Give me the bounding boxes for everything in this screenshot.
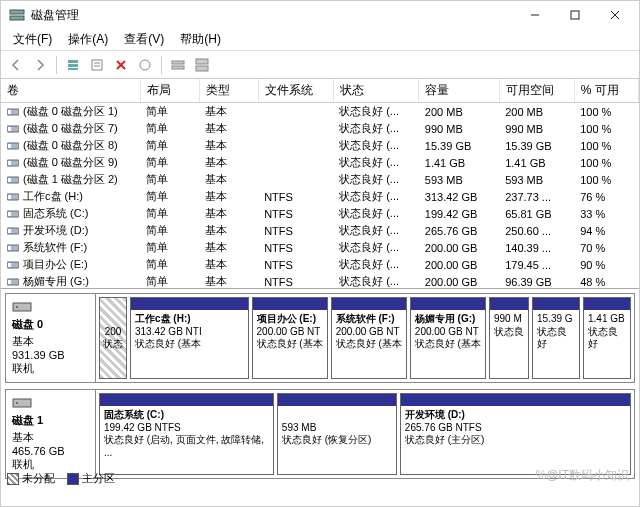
svg-rect-32 xyxy=(8,212,11,216)
minimize-button[interactable] xyxy=(515,1,555,29)
layout-icon-1[interactable] xyxy=(167,54,189,76)
column-headers[interactable]: 卷 布局 类型 文件系统 状态 容量 可用空间 % 可用 xyxy=(1,79,639,103)
watermark: %@IT数码小知识 xyxy=(535,467,629,484)
delete-button[interactable] xyxy=(110,54,132,76)
svg-point-14 xyxy=(140,60,150,70)
disk-icon xyxy=(12,300,32,314)
svg-rect-7 xyxy=(68,64,78,67)
disk0-part-g[interactable]: 杨媚专用 (G:)200.00 GB NT状态良好 (基本 xyxy=(410,297,486,379)
table-row[interactable]: 开发环境 (D:)简单基本NTFS状态良好 (...265.76 GB250.6… xyxy=(1,222,639,239)
menubar: 文件(F) 操作(A) 查看(V) 帮助(H) xyxy=(1,29,639,51)
svg-point-44 xyxy=(16,402,18,404)
volume-icon xyxy=(7,124,19,134)
disk0-part-e[interactable]: 项目办公 (E:)200.00 GB NT状态良好 (基本 xyxy=(252,297,328,379)
disk-1-row[interactable]: 磁盘 1 基本 465.76 GB 联机 固态系统 (C:)199.42 GB … xyxy=(5,389,635,479)
table-row[interactable]: 系统软件 (F:)简单基本NTFS状态良好 (...200.00 GB140.3… xyxy=(1,239,639,256)
volume-icon xyxy=(7,141,19,151)
volume-icon xyxy=(7,226,19,236)
disk-icon xyxy=(12,396,32,410)
svg-rect-16 xyxy=(172,66,184,69)
col-free[interactable]: 可用空间 xyxy=(499,79,574,103)
svg-rect-0 xyxy=(10,10,24,14)
legend-primary-swatch xyxy=(67,473,79,485)
volume-grid[interactable]: 卷 布局 类型 文件系统 状态 容量 可用空间 % 可用 (磁盘 0 磁盘分区 … xyxy=(1,79,639,289)
legend-unallocated-swatch xyxy=(7,473,19,485)
menu-file[interactable]: 文件(F) xyxy=(5,29,60,50)
col-status[interactable]: 状态 xyxy=(333,79,419,103)
forward-button[interactable] xyxy=(29,54,51,76)
layout-icon-2[interactable] xyxy=(191,54,213,76)
window-title: 磁盘管理 xyxy=(31,7,515,24)
volume-icon xyxy=(7,260,19,270)
svg-rect-38 xyxy=(8,263,11,267)
disk-0-row[interactable]: 磁盘 0 基本 931.39 GB 联机 200 状态 工作c盘 (H:)313… xyxy=(5,293,635,383)
disk-1-header[interactable]: 磁盘 1 基本 465.76 GB 联机 xyxy=(6,390,96,478)
legend: 未分配 主分区 xyxy=(7,471,115,486)
menu-view[interactable]: 查看(V) xyxy=(116,29,172,50)
svg-rect-40 xyxy=(8,280,11,284)
disk1-part-c[interactable]: 固态系统 (C:)199.42 GB NTFS状态良好 (启动, 页面文件, 故… xyxy=(99,393,274,475)
disk1-part-593m[interactable]: 593 MB状态良好 (恢复分区) xyxy=(277,393,397,475)
col-capacity[interactable]: 容量 xyxy=(419,79,499,103)
svg-rect-36 xyxy=(8,246,11,250)
svg-rect-1 xyxy=(10,16,24,20)
disk0-part-990m[interactable]: 990 M状态良 xyxy=(489,297,529,379)
view-button[interactable] xyxy=(62,54,84,76)
table-row[interactable]: (磁盘 0 磁盘分区 7)简单基本状态良好 (...990 MB990 MB10… xyxy=(1,120,639,137)
table-row[interactable]: (磁盘 0 磁盘分区 9)简单基本状态良好 (...1.41 GB1.41 GB… xyxy=(1,154,639,171)
disk0-part-1g[interactable]: 1.41 GB状态良好 xyxy=(583,297,631,379)
disk0-part0[interactable]: 200 状态 xyxy=(99,297,127,379)
menu-help[interactable]: 帮助(H) xyxy=(172,29,229,50)
close-button[interactable] xyxy=(595,1,635,29)
disk0-part-f[interactable]: 系统软件 (F:)200.00 GB NT状态良好 (基本 xyxy=(331,297,407,379)
table-row[interactable]: 项目办公 (E:)简单基本NTFS状态良好 (...200.00 GB179.4… xyxy=(1,256,639,273)
svg-rect-28 xyxy=(8,178,11,182)
app-icon xyxy=(9,7,25,23)
svg-rect-20 xyxy=(8,110,11,114)
svg-rect-41 xyxy=(13,303,31,311)
svg-rect-8 xyxy=(68,68,78,70)
table-row[interactable]: (磁盘 1 磁盘分区 2)简单基本状态良好 (...593 MB593 MB10… xyxy=(1,171,639,188)
svg-rect-22 xyxy=(8,127,11,131)
svg-rect-34 xyxy=(8,229,11,233)
svg-rect-18 xyxy=(196,66,208,71)
svg-rect-3 xyxy=(571,11,579,19)
svg-rect-17 xyxy=(196,59,208,64)
volume-icon xyxy=(7,209,19,219)
col-type[interactable]: 类型 xyxy=(199,79,258,103)
maximize-button[interactable] xyxy=(555,1,595,29)
volume-icon xyxy=(7,192,19,202)
svg-rect-6 xyxy=(68,60,78,63)
table-row[interactable]: 固态系统 (C:)简单基本NTFS状态良好 (...199.42 GB65.81… xyxy=(1,205,639,222)
svg-rect-24 xyxy=(8,144,11,148)
back-button[interactable] xyxy=(5,54,27,76)
volume-icon xyxy=(7,277,19,287)
volume-icon xyxy=(7,107,19,117)
volume-icon xyxy=(7,243,19,253)
svg-rect-9 xyxy=(92,60,102,70)
volume-icon xyxy=(7,175,19,185)
titlebar: 磁盘管理 xyxy=(1,1,639,29)
table-row[interactable]: (磁盘 0 磁盘分区 1)简单基本状态良好 (...200 MB200 MB10… xyxy=(1,103,639,121)
menu-action[interactable]: 操作(A) xyxy=(60,29,116,50)
toolbar xyxy=(1,51,639,79)
col-layout[interactable]: 布局 xyxy=(140,79,199,103)
help-button[interactable] xyxy=(134,54,156,76)
disk1-part-d[interactable]: 开发环境 (D:)265.76 GB NTFS状态良好 (主分区) xyxy=(400,393,631,475)
volume-icon xyxy=(7,158,19,168)
svg-rect-15 xyxy=(172,61,184,64)
disk-0-header[interactable]: 磁盘 0 基本 931.39 GB 联机 xyxy=(6,294,96,382)
disk0-part-h[interactable]: 工作c盘 (H:)313.42 GB NTI状态良好 (基本 xyxy=(130,297,249,379)
table-row[interactable]: (磁盘 0 磁盘分区 8)简单基本状态良好 (...15.39 GB15.39 … xyxy=(1,137,639,154)
col-volume[interactable]: 卷 xyxy=(1,79,140,103)
table-row[interactable]: 杨媚专用 (G:)简单基本NTFS状态良好 (...200.00 GB96.39… xyxy=(1,273,639,289)
svg-point-42 xyxy=(16,306,18,308)
col-filesystem[interactable]: 文件系统 xyxy=(258,79,333,103)
svg-rect-26 xyxy=(8,161,11,165)
disk0-part-15g[interactable]: 15.39 G状态良好 xyxy=(532,297,580,379)
svg-rect-43 xyxy=(13,399,31,407)
properties-button[interactable] xyxy=(86,54,108,76)
svg-rect-30 xyxy=(8,195,11,199)
col-pctfree[interactable]: % 可用 xyxy=(574,79,638,103)
table-row[interactable]: 工作c盘 (H:)简单基本NTFS状态良好 (...313.42 GB237.7… xyxy=(1,188,639,205)
